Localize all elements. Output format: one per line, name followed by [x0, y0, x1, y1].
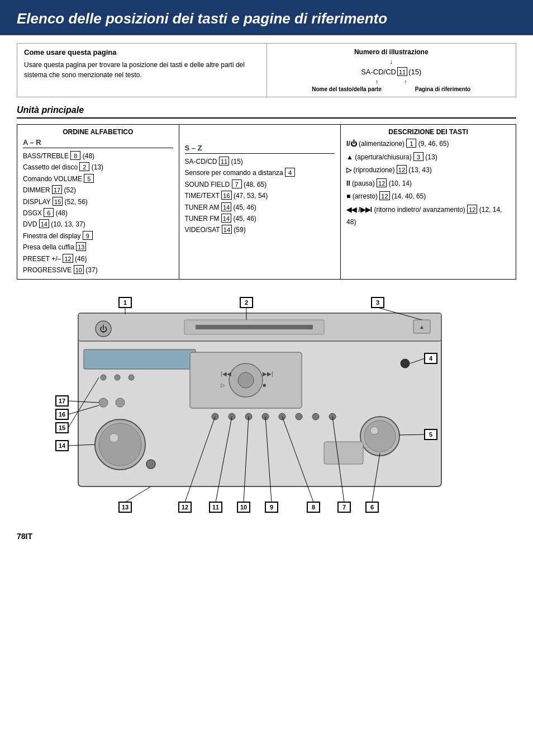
- svg-text:7: 7: [342, 504, 346, 511]
- main-columns: ORDINE ALFABETICO A – R BASS/TREBLE 8 (4…: [17, 124, 516, 280]
- desc-pause: II (pausa) 12 (10, 14): [346, 178, 510, 190]
- arrows-row: Nome del tasto/della parte Pagina di rif…: [274, 86, 510, 92]
- how-to-use-left: Come usare questa pagina Usare questa pa…: [17, 44, 267, 97]
- svg-point-25: [296, 413, 302, 420]
- entry-bass-treble: BASS/TREBLE 8 (48): [23, 150, 173, 162]
- svg-point-10: [101, 375, 106, 380]
- num-16: 16: [221, 191, 231, 200]
- svg-point-31: [99, 398, 108, 407]
- how-to-use-body: Usare questa pagina per trovare la posiz…: [24, 60, 260, 80]
- num-6: 6: [44, 208, 54, 217]
- desc-power: I/⏻ (alimentazione) 1 (9, 46, 65): [346, 138, 510, 150]
- svg-point-8: [401, 359, 410, 368]
- num-15: 15: [53, 197, 63, 206]
- diagram-svg: ⏻ ▲ |◀◀ ▷ ▶▶| ■: [17, 285, 514, 526]
- svg-text:14: 14: [59, 442, 66, 449]
- col-left-header: ORDINE ALFABETICO: [23, 128, 173, 136]
- range-ar: A – R: [23, 138, 173, 148]
- svg-point-26: [312, 413, 319, 420]
- how-to-use-title: Come usare questa pagina: [24, 48, 260, 56]
- svg-line-67: [125, 486, 151, 502]
- entry-cassetto: Cassetto del disco 2 (13): [23, 162, 173, 173]
- num-14c: 14: [221, 214, 231, 223]
- num-1: 1: [406, 139, 416, 148]
- note-left: Nome del tasto/della parte: [312, 86, 381, 92]
- svg-point-35: [370, 427, 378, 434]
- svg-text:17: 17: [59, 398, 65, 404]
- num-13: 13: [76, 242, 86, 251]
- num-12d: 12: [379, 191, 389, 200]
- svg-point-34: [364, 420, 396, 452]
- num-12c: 12: [377, 178, 387, 187]
- num-14a: 14: [39, 219, 49, 228]
- desc-skip: ◀◀ /▶▶I (ritorno indietro/ avanzamento) …: [346, 204, 510, 228]
- svg-point-12: [129, 375, 134, 380]
- num-12e: 12: [467, 205, 477, 214]
- note-right: Pagina di riferimento: [415, 86, 470, 92]
- range-sz: S – Z: [185, 144, 335, 154]
- svg-point-29: [99, 423, 141, 466]
- num-12a: 12: [63, 254, 73, 263]
- svg-text:⏻: ⏻: [99, 324, 107, 333]
- svg-text:12: 12: [182, 504, 188, 511]
- illustration-label: Numero di illustrazione: [274, 48, 510, 56]
- svg-text:▶▶|: ▶▶|: [263, 371, 273, 377]
- entry-presa: Presa della cuffia 13: [23, 242, 173, 253]
- col-alphabetical: ORDINE ALFABETICO A – R BASS/TREBLE 8 (4…: [17, 124, 179, 280]
- col-sz: S – Z SA-CD/CD 11 (15) Sensore per coman…: [179, 124, 341, 280]
- section-title: Unità principale: [17, 105, 516, 119]
- entry-volume: Comando VOLUME 5: [23, 173, 173, 185]
- svg-text:▲: ▲: [419, 324, 425, 330]
- example-line: SA-CD/CD 11 (15): [274, 67, 510, 76]
- entry-sacd: SA-CD/CD 11 (15): [185, 156, 335, 167]
- svg-text:3: 3: [376, 299, 379, 306]
- num-9: 9: [83, 231, 93, 240]
- page-number: 78IT: [17, 532, 516, 541]
- num-14d: 14: [222, 225, 232, 234]
- svg-text:■: ■: [263, 382, 266, 388]
- num-5: 5: [84, 174, 94, 183]
- entry-display: DISPLAY 15 (52, 56): [23, 196, 173, 207]
- entry-finestra: Finestra del display 9: [23, 230, 173, 242]
- svg-text:13: 13: [122, 504, 129, 511]
- entry-time-text: TIME/TEXT 16 (47, 53, 54): [185, 190, 335, 201]
- num-2: 2: [79, 162, 89, 171]
- entry-tuner-am: TUNER AM 14 (45, 46): [185, 202, 335, 213]
- svg-rect-3: [196, 325, 313, 329]
- svg-text:16: 16: [59, 411, 65, 418]
- svg-rect-9: [84, 349, 196, 369]
- page-title: Elenco delle posizioni dei tasti e pagin…: [17, 10, 516, 27]
- entry-dimmer: DIMMER 17 (52): [23, 185, 173, 196]
- desc-play: ▷ (riproduzione) 12 (13, 43): [346, 164, 510, 177]
- svg-point-11: [115, 375, 120, 380]
- num-3: 3: [413, 152, 423, 161]
- desc-stop: ■ (arresto) 12 (14, 40, 65): [346, 191, 510, 203]
- entry-progressive: PROGRESSIVE 10 (37): [23, 264, 173, 276]
- how-to-use-right: Numero di illustrazione ↓ SA-CD/CD 11 (1…: [267, 44, 516, 97]
- svg-text:11: 11: [212, 504, 219, 511]
- svg-text:4: 4: [429, 355, 433, 362]
- num-17: 17: [52, 185, 62, 194]
- num-7: 7: [232, 179, 242, 188]
- entry-dsgx: DSGX 6 (48): [23, 207, 173, 219]
- how-to-use-box: Come usare questa pagina Usare questa pa…: [17, 43, 516, 97]
- num-4: 4: [285, 168, 295, 177]
- desc-list: I/⏻ (alimentazione) 1 (9, 46, 65) ▲ (ape…: [346, 138, 510, 228]
- desc-open-close: ▲ (apertura/chiusura) 3 (13): [346, 152, 510, 164]
- num-11: 11: [219, 157, 229, 166]
- svg-text:10: 10: [240, 504, 247, 511]
- svg-point-32: [116, 398, 125, 407]
- example-text: SA-CD/CD: [361, 68, 396, 76]
- col-right-header: DESCRIZIONE DEI TASTI: [346, 128, 510, 136]
- svg-text:8: 8: [312, 504, 315, 511]
- svg-text:2: 2: [245, 299, 248, 306]
- svg-text:5: 5: [429, 431, 432, 438]
- device-diagram: ⏻ ▲ |◀◀ ▷ ▶▶| ■: [17, 285, 516, 527]
- svg-point-15: [238, 372, 254, 388]
- svg-text:9: 9: [270, 504, 273, 511]
- entry-tuner-fm: TUNER FM 14 (45, 46): [185, 213, 335, 224]
- col-descriptions: DESCRIZIONE DEI TASTI I/⏻ (alimentazione…: [340, 124, 516, 280]
- entry-sensore: Sensore per comando a distanza 4: [185, 167, 335, 178]
- entry-preset: PRESET +/– 12 (46): [23, 253, 173, 264]
- svg-text:▷: ▷: [221, 382, 225, 388]
